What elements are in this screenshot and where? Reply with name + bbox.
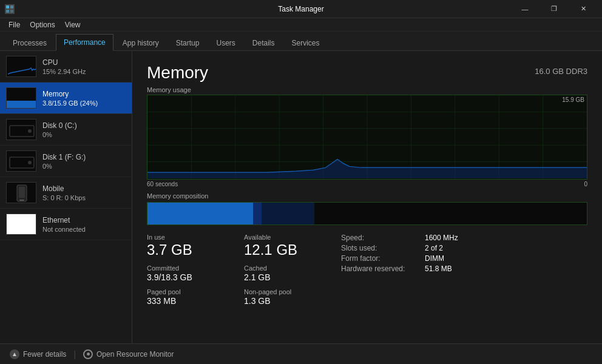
nonpaged-block: Non-paged pool 1.3 GB [244,288,341,306]
in-use-block: In use 3.7 GB [147,234,244,258]
cached-value: 2.1 GB [244,272,329,282]
menu-view[interactable]: View [61,19,84,30]
composition-section: Memory composition [147,192,587,225]
slots-val: 2 of 2 [425,244,443,252]
form-val: DIMM [425,254,444,263]
speed-key: Speed: [341,234,420,242]
window-title: Task Manager [278,5,323,13]
sidebar-item-cpu[interactable]: CPU 15% 2.94 GHz [0,51,132,83]
cpu-thumbnail [6,56,36,77]
cached-label: Cached [244,265,329,272]
disk1-stat: 0% [42,163,126,170]
close-button[interactable]: ✕ [569,0,597,18]
open-resource-monitor-button[interactable]: Open Resource Monitor [83,349,174,359]
detail-form: Form factor: DIMM [341,254,587,263]
sidebar-item-ethernet[interactable]: Ethernet Not connected [0,209,132,240]
in-use-label: In use [147,234,232,241]
cached-block: Cached 2.1 GB [244,265,341,282]
disk1-info: Disk 1 (F: G:) 0% [42,153,126,170]
svg-rect-0 [6,5,9,8]
ethernet-stat: Not connected [42,226,126,233]
chart-time-labels: 60 seconds 0 [147,181,587,187]
svg-point-7 [28,161,32,164]
hw-val: 51.8 MB [425,265,452,273]
sidebar-item-memory[interactable]: Memory 3.8/15.9 GB (24%) [0,83,132,114]
tab-processes[interactable]: Processes [5,35,55,51]
detail-list: Speed: 1600 MHz Slots used: 2 of 2 Form … [341,234,587,312]
maximize-button[interactable]: ❐ [540,0,568,18]
svg-rect-9 [19,187,25,198]
tab-bar: Processes Performance App history Startu… [0,32,602,51]
mobile-stat: S: 0 R: 0 Kbps [42,194,126,201]
comp-standby [262,203,314,224]
comp-free [314,203,587,224]
cpu-stat: 15% 2.94 GHz [42,68,126,75]
hw-key: Hardware reserved: [341,265,420,273]
title-bar-left [5,4,15,14]
tab-apphistory[interactable]: App history [115,35,167,51]
memory-info: Memory 3.8/15.9 GB (24%) [42,90,126,107]
comp-in-use [147,203,253,224]
content-header: Memory 16.0 GB DDR3 [147,63,587,83]
fewer-details-button[interactable]: ▲ Fewer details [10,349,66,359]
composition-label: Memory composition [147,192,587,200]
disk0-stat: 0% [42,131,126,138]
stats-col1: In use 3.7 GB Committed 3.9/18.3 GB Page… [147,234,244,312]
menu-options[interactable]: Options [26,19,58,30]
tab-details[interactable]: Details [245,35,283,51]
menu-file[interactable]: File [5,19,24,30]
paged-value: 333 MB [147,296,232,306]
mobile-thumbnail [6,182,36,203]
sidebar-item-disk1[interactable]: Disk 1 (F: G:) 0% [0,146,132,177]
svg-rect-10 [19,200,24,201]
mobile-info: Mobile S: 0 R: 0 Kbps [42,184,126,201]
speed-val: 1600 MHz [425,234,458,242]
app-icon [5,4,15,14]
minimize-button[interactable]: — [511,0,539,18]
resource-monitor-icon [83,349,93,359]
available-block: Available 12.1 GB [244,234,341,258]
tab-performance[interactable]: Performance [56,34,113,51]
up-arrow-icon: ▲ [10,349,19,359]
ethernet-thumbnail [6,214,36,235]
slots-key: Slots used: [341,244,420,252]
content-panel: Memory 16.0 GB DDR3 Memory usage 15.9 GB [132,51,602,343]
chart-time-start: 60 seconds [147,181,178,187]
sidebar: CPU 15% 2.94 GHz Memory 3.8/15.9 GB (24%… [0,51,132,343]
svg-rect-2 [6,10,9,13]
disk0-info: Disk 0 (C:) 0% [42,121,126,138]
committed-block: Committed 3.9/18.3 GB [147,265,244,282]
title-bar-controls: — ❐ ✕ [511,0,597,18]
form-key: Form factor: [341,254,420,263]
detail-speed: Speed: 1600 MHz [341,234,587,242]
cpu-label: CPU [42,58,126,67]
content-title: Memory [147,63,208,83]
memory-chart-section: Memory usage 15.9 GB [147,86,587,187]
disk1-thumbnail [6,150,36,172]
content-spec: 16.0 GB DDR3 [535,67,587,76]
sidebar-item-disk0[interactable]: Disk 0 (C:) 0% [0,114,132,146]
detail-hw: Hardware reserved: 51.8 MB [341,265,587,273]
composition-bar [147,202,587,225]
title-bar: Task Manager — ❐ ✕ [0,0,602,18]
nonpaged-value: 1.3 GB [244,296,329,306]
svg-point-5 [28,129,32,133]
paged-label: Paged pool [147,288,232,295]
sidebar-item-mobile[interactable]: Mobile S: 0 R: 0 Kbps [0,177,132,209]
in-use-value: 3.7 GB [147,241,232,258]
disk0-thumbnail [6,119,36,140]
stats-grid: In use 3.7 GB Committed 3.9/18.3 GB Page… [147,234,587,312]
memory-stat: 3.8/15.9 GB (24%) [42,99,126,107]
nonpaged-label: Non-paged pool [244,288,329,295]
available-value: 12.1 GB [244,241,329,258]
tab-services[interactable]: Services [284,35,328,51]
fewer-details-label: Fewer details [23,350,66,359]
mobile-label: Mobile [42,184,126,193]
tab-startup[interactable]: Startup [168,35,208,51]
tab-users[interactable]: Users [208,35,243,51]
chart-label: Memory usage [147,86,587,93]
status-bar: ▲ Fewer details | Open Resource Monitor [0,343,602,364]
memory-thumbnail [6,87,36,109]
paged-block: Paged pool 333 MB [147,288,244,306]
main-layout: CPU 15% 2.94 GHz Memory 3.8/15.9 GB (24%… [0,51,602,343]
